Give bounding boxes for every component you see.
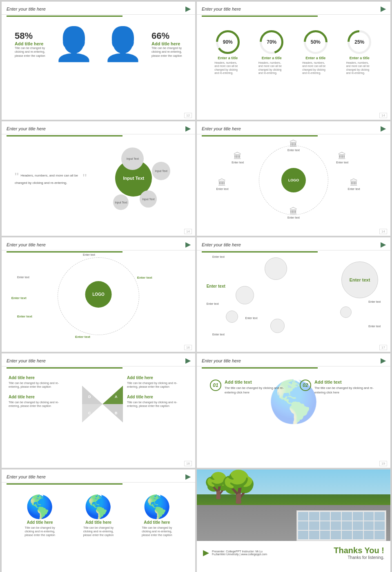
node-bottom-label[interactable]: Enter text	[287, 216, 300, 219]
slide-3-bar	[7, 135, 122, 136]
slide-5-header: Enter your title here ▶	[2, 237, 195, 250]
male-title[interactable]: Add title here	[15, 41, 43, 46]
slide-5-content: LOGO Enter text Enter text Enter text En…	[2, 253, 195, 351]
circle-4-label[interactable]: Enter a title	[350, 56, 370, 60]
male-caption[interactable]: Title can be changed by clicking and re-…	[15, 46, 45, 57]
slide5-label-b[interactable]: Enter text	[75, 335, 90, 339]
node-tl-label[interactable]: Enter text	[232, 161, 244, 164]
slide-6-logo: ▶	[381, 241, 385, 248]
quad-item-2-title[interactable]: Add title here	[127, 375, 188, 380]
slide-8-number: 19	[379, 461, 387, 466]
slide-3: Enter your title here ▶ " Headers, numbe…	[2, 121, 195, 236]
donut-3: 50%	[303, 30, 328, 54]
node-bottom: 🏛 Enter text	[287, 207, 300, 219]
num-item-1: 01 Add title text The title can be chang…	[210, 380, 287, 398]
slide5-center[interactable]: LOGO	[85, 281, 112, 308]
slide-8-content: 🌎 01 Add title text The title can be cha…	[197, 369, 390, 451]
quad-item-4-desc: Title can be changed by clicking and re-…	[127, 400, 188, 408]
bubble-large-text[interactable]: Enter text	[350, 277, 370, 282]
slide-7-title[interactable]: Enter your title here	[7, 358, 46, 363]
globe-1-title[interactable]: Add title here	[27, 520, 53, 525]
circle-1-label[interactable]: Enter a title	[218, 56, 238, 60]
slide-5-title[interactable]: Enter your title here	[7, 242, 46, 247]
slide-4-bar	[202, 135, 318, 136]
slide-6-title[interactable]: Enter your title here	[202, 242, 241, 247]
quote-block: " Headers, numbers, and more can all be …	[13, 167, 89, 190]
slide-8-header: Enter your title here ▶	[197, 353, 390, 366]
circle-3-label[interactable]: Enter a title	[305, 56, 325, 60]
globe-layout: 🌎 Add title here Title can be changed by…	[7, 489, 190, 539]
male-icon: 👤	[53, 28, 94, 60]
circle-item-2: 70% Enter a title Headers, numbers, and …	[258, 30, 285, 75]
quad-item-1-title[interactable]: Add title here	[9, 375, 70, 380]
slide6-label-1[interactable]: Enter text	[212, 255, 225, 258]
num-circle-2: 02	[300, 380, 311, 391]
slide-5: Enter your title here ▶ LOGO Enter text …	[2, 237, 195, 352]
slide6-label-2[interactable]: Enter text	[207, 284, 225, 288]
gears-layout: " Headers, numbers, and more can all be …	[7, 141, 190, 215]
svg-marker-9	[102, 386, 123, 404]
slide6-label-6[interactable]: Enter text	[368, 325, 381, 328]
globe-3-title[interactable]: Add title here	[144, 520, 170, 525]
slide5-label-l[interactable]: Enter text	[17, 276, 29, 279]
slide-2-title[interactable]: Enter your title here	[202, 7, 241, 11]
slide-1-content: 58% Add title here Title can be changed …	[2, 18, 195, 120]
slide-6-number: 17	[379, 345, 387, 350]
slide-3-title[interactable]: Enter your title here	[7, 126, 46, 131]
slide-4-title[interactable]: Enter your title here	[202, 126, 241, 131]
female-caption[interactable]: Title can be changed by clicking and re-…	[151, 46, 182, 57]
node-top-label[interactable]: Enter text	[287, 149, 300, 152]
quad-item-3-title[interactable]: Add title here	[9, 395, 70, 399]
slide-4: Enter your title here ▶ LOGO 🏛 Enter tex…	[197, 121, 390, 236]
center-node[interactable]: LOGO	[281, 168, 306, 192]
circle-stats: 90% Enter a title Headers, numbers, and …	[202, 22, 385, 79]
slide-7-number: 18	[184, 461, 192, 466]
gear-br[interactable]: Input Text	[140, 190, 157, 208]
slide5-label-bl[interactable]: Enter text	[17, 315, 32, 318]
gear-bl[interactable]: Input Text	[113, 194, 129, 210]
gear-large-text: Input Text	[123, 176, 144, 181]
quad-right: Add title here Title can be changed by c…	[127, 375, 188, 441]
circle-2-label[interactable]: Enter a title	[262, 56, 282, 60]
gear-top[interactable]: Input Text	[121, 147, 144, 170]
female-title[interactable]: Add title here	[151, 41, 180, 46]
num-title-2[interactable]: Add title text	[314, 380, 377, 384]
slide5-label-r[interactable]: Enter text	[137, 276, 152, 279]
globe-2-title[interactable]: Add title here	[85, 520, 111, 525]
slide-10: 🌳 🌳 ▶ Presenter: CollegePPT Instructor: …	[197, 469, 390, 572]
slide6-label-5[interactable]: Enter text	[368, 300, 381, 303]
slide5-label-ml[interactable]: Enter text	[11, 296, 27, 300]
thanks-big: Thanks You !	[334, 546, 384, 555]
globe-item-3: 🌎 Add title here Title can be changed by…	[140, 496, 173, 537]
slide-8-title[interactable]: Enter your title here	[202, 358, 241, 363]
slide6-label-7[interactable]: Enter text	[212, 333, 225, 336]
quad-item-4-title[interactable]: Add title here	[127, 395, 188, 399]
thankyou-presenter: Presenter: CollegePPT Instructor: Mr.Lu	[212, 550, 267, 553]
slide6-label-4[interactable]: Enter text	[245, 317, 258, 320]
circle-item-3: 50% Enter a title Headers, numbers, and …	[302, 30, 329, 75]
gears-text: " Headers, numbers, and more can all be …	[13, 167, 89, 190]
quad-item-1: Add title here Title can be changed by c…	[9, 375, 70, 389]
bubble-1	[265, 257, 287, 280]
globe-item-2: 🌎 Add title here Title can be changed by…	[82, 496, 115, 537]
slide-9-header: Enter your title here ▶	[2, 469, 195, 483]
slide-7-content: Add title here Title can be changed by c…	[2, 369, 195, 447]
node-r-label[interactable]: Enter text	[348, 188, 360, 190]
circle-item-1: 90% Enter a title Headers, numbers, and …	[214, 30, 241, 75]
thankyou-text-block: Thanks You ! Thanks for listening.	[334, 546, 384, 560]
slide-9: Enter your title here ▶ 🌎 Add title here…	[2, 469, 195, 572]
num-desc-1: The title can be changed by clicking and…	[225, 386, 287, 395]
num-1: 01	[213, 382, 218, 388]
gear-right[interactable]: Input Text	[152, 162, 170, 180]
slide-9-title[interactable]: Enter your title here	[7, 474, 46, 479]
donut-4-text: 25%	[354, 39, 364, 45]
svg-marker-10	[82, 404, 102, 422]
num-title-1[interactable]: Add title text	[225, 380, 287, 384]
node-tr-label[interactable]: Enter text	[336, 161, 348, 164]
slide-1-title[interactable]: Enter your title here	[7, 7, 46, 11]
slide5-label-top[interactable]: Enter text	[83, 253, 95, 256]
slide6-label-3[interactable]: Enter text	[207, 302, 219, 305]
slide-9-content: 🌎 Add title here Title can be changed by…	[2, 485, 195, 543]
female-stat: 66% Add title here Title can be changed …	[151, 31, 182, 57]
node-l-label[interactable]: Enter text	[216, 188, 228, 190]
